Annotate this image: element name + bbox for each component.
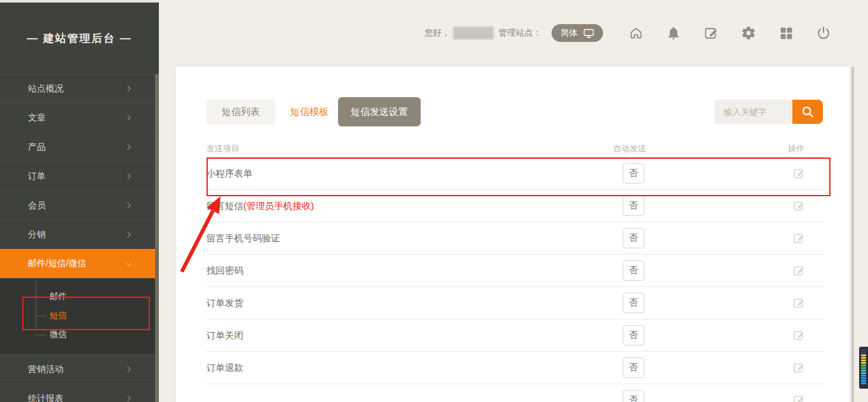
language-label: 简体 (560, 27, 578, 39)
sidebar-item[interactable]: 会员 (0, 191, 159, 220)
auto-send-toggle-button[interactable]: 否 (623, 325, 644, 345)
tab[interactable]: 短信模板 (275, 99, 344, 124)
table-row: 否 (207, 384, 824, 402)
sidebar-top-strip (0, 0, 159, 3)
widget-stripe (861, 380, 866, 382)
sidebar-scrollbar[interactable] (155, 74, 159, 402)
edit-icon[interactable] (792, 361, 805, 374)
chevron-right-icon (124, 394, 133, 402)
widget-stripe (861, 357, 866, 359)
chevron-right-icon (124, 201, 133, 210)
page-scrollbar[interactable] (851, 67, 854, 402)
chevron-right-icon (124, 230, 133, 239)
sidebar-item[interactable]: 文章 (0, 103, 159, 132)
row-label: 找回密码 (207, 265, 243, 277)
search-button[interactable] (792, 100, 823, 124)
row-label: 小程序表单 (207, 168, 253, 180)
sidebar-submenu: 邮件 短信 微信 (0, 287, 159, 344)
widget-stripe (861, 382, 866, 384)
sidebar-subitem[interactable]: 邮件 (0, 287, 159, 306)
sidebar-item[interactable]: 站点概况 (0, 74, 159, 103)
language-button[interactable]: 简体 (552, 24, 603, 42)
column-header-auto-send: 自动发送 (613, 143, 646, 154)
sidebar-item[interactable]: 统计报表 (0, 384, 159, 402)
table-header: 发送项目 自动发送 操作 (207, 143, 824, 157)
floating-widget[interactable] (859, 347, 868, 389)
tab-label: 短信模板 (290, 106, 329, 118)
chevron-right-icon (124, 142, 133, 152)
tab[interactable]: 短信列表 (207, 99, 275, 124)
sidebar-item[interactable]: 产品 (0, 132, 159, 161)
power-icon[interactable] (816, 25, 831, 41)
auto-send-toggle-button[interactable]: 否 (623, 293, 644, 313)
chevron-right-icon (124, 84, 133, 93)
edit-icon[interactable] (792, 264, 805, 277)
sidebar-menu-bottom: 营销活动 统计报表 (0, 354, 159, 402)
row-label: 订单发货 (207, 297, 243, 309)
table-row: 留言短信(管理员手机接收) 否 (207, 190, 824, 222)
compose-icon[interactable] (703, 25, 719, 41)
tab-bar: 短信列表 短信模板 (207, 99, 344, 124)
auto-send-toggle-button[interactable]: 否 (623, 196, 644, 216)
auto-send-toggle-button[interactable]: 否 (623, 163, 644, 184)
widget-stripe (861, 359, 866, 361)
sidebar-item-label: 站点概况 (28, 83, 64, 95)
widget-stripe (861, 352, 866, 354)
sidebar-subitem[interactable]: 微信 (0, 325, 159, 344)
edit-icon[interactable] (792, 199, 805, 212)
sidebar-item[interactable]: 邮件/短信/微信 (0, 249, 159, 278)
monitor-icon (583, 29, 594, 38)
home-icon[interactable] (628, 25, 644, 41)
sidebar-item[interactable]: 营销活动 (0, 354, 159, 384)
username-redacted (453, 27, 494, 39)
apps-icon[interactable] (778, 25, 794, 41)
column-header-action: 操作 (788, 143, 804, 154)
chevron-right-icon (124, 171, 133, 181)
sidebar-item-label: 营销活动 (28, 364, 64, 375)
row-label: 订单退款 (207, 362, 243, 374)
greeting-label: 您好， (424, 27, 451, 39)
table-row: 订单关闭 否 (207, 319, 824, 352)
sidebar-submenu-block: 邮件 短信 微信 (0, 278, 159, 354)
widget-stripe (861, 375, 866, 377)
settings-icon[interactable] (741, 25, 756, 41)
table-row: 订单发货 否 (207, 287, 824, 319)
chevron-down-icon (124, 259, 133, 269)
auto-send-toggle-button[interactable]: 否 (623, 358, 644, 378)
widget-stripe (861, 349, 866, 351)
auto-send-toggle-button[interactable]: 否 (623, 390, 644, 402)
sidebar-item-label: 产品 (28, 142, 46, 153)
sidebar-item-label: 邮件/短信/微信 (28, 258, 86, 269)
auto-send-toggle-button[interactable]: 否 (623, 228, 644, 248)
sms-send-settings-button[interactable]: 短信发送设置 (338, 97, 421, 126)
sidebar-item-label: 统计报表 (28, 393, 64, 402)
app-title: — 建站管理后台 — (0, 3, 159, 74)
sidebar-item-label: 分销 (28, 229, 46, 241)
sidebar-item-label: 会员 (28, 200, 46, 211)
search-box (715, 100, 823, 124)
sidebar-subitem[interactable]: 短信 (0, 306, 159, 325)
widget-stripe (861, 372, 866, 374)
top-icon-group (628, 25, 831, 41)
edit-icon[interactable] (792, 394, 805, 402)
bell-icon[interactable] (666, 25, 681, 41)
manage-site-label: 管理站点： (499, 27, 542, 39)
tab-label: 短信列表 (222, 106, 260, 118)
edit-icon[interactable] (792, 329, 805, 342)
chevron-right-icon (124, 365, 133, 374)
edit-icon[interactable] (792, 297, 805, 309)
chevron-right-icon (124, 113, 133, 123)
table-row: 小程序表单 否 (207, 157, 824, 190)
edit-icon[interactable] (792, 167, 805, 180)
search-input[interactable] (715, 100, 792, 124)
widget-stripe (861, 365, 866, 366)
sidebar-item-label: 文章 (28, 112, 46, 124)
sidebar-item[interactable]: 分销 (0, 220, 159, 249)
auto-send-toggle-button[interactable]: 否 (623, 260, 644, 281)
row-label: 留言短信(管理员手机接收) (207, 200, 314, 212)
sidebar-item[interactable]: 订单 (0, 161, 159, 191)
edit-icon[interactable] (792, 232, 805, 245)
widget-stripe (861, 370, 866, 372)
table-row: 订单退款 否 (207, 352, 824, 384)
content-panel: 短信列表 短信模板 短信发送设置 发送项目 自动发送 操作 (176, 67, 850, 402)
